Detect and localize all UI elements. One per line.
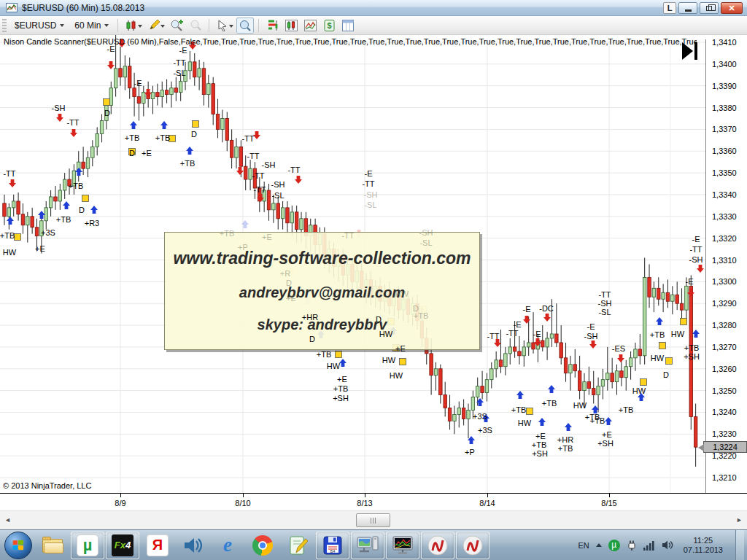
taskbar-clock[interactable]: 11:25 07.11.2013 xyxy=(684,536,723,555)
power-plug-icon[interactable] xyxy=(627,540,637,551)
doji-marker-square xyxy=(400,359,406,365)
candle-body xyxy=(7,208,11,217)
price-axis-label: 1,3360 xyxy=(712,147,737,155)
price-axis[interactable]: 1,34101,34001,33901,33801,33701,33601,33… xyxy=(706,35,747,493)
account-button[interactable]: $ xyxy=(320,18,338,34)
buy-signal-arrow xyxy=(538,418,546,426)
link-button[interactable]: L xyxy=(663,2,676,14)
candle-body xyxy=(495,360,498,369)
indicators-button[interactable] xyxy=(301,18,319,34)
price-axis-label: 1,3370 xyxy=(712,125,737,133)
price-axis-label: 1,3280 xyxy=(712,321,737,330)
ninjatrader-chart-window: $EURUSD (60 Min) 15.08.2013 L ✕ $EURUSD … xyxy=(0,0,747,560)
candle-body xyxy=(522,347,526,356)
close-button[interactable]: ✕ xyxy=(721,2,743,14)
candle-body xyxy=(119,69,123,77)
utorrent-icon: µ xyxy=(77,534,98,556)
cursor-tool-button[interactable] xyxy=(214,18,231,34)
candle-body xyxy=(202,69,206,95)
candle-body xyxy=(105,106,109,121)
candle-body xyxy=(142,93,146,104)
scroll-right-arrow[interactable]: ► xyxy=(736,516,743,524)
scrollbar-thumb[interactable] xyxy=(356,513,390,527)
horizontal-scrollbar[interactable]: ◄ ► xyxy=(0,510,747,529)
network-signal-icon[interactable] xyxy=(643,540,655,551)
restore-button[interactable] xyxy=(700,2,719,14)
bar-type-button[interactable] xyxy=(123,18,140,34)
time-axis[interactable]: 8/98/108/138/148/15 xyxy=(0,493,747,510)
minimize-button[interactable] xyxy=(678,2,697,14)
candle-body xyxy=(184,71,187,82)
candle-body xyxy=(471,397,475,411)
data-grid-button[interactable] xyxy=(339,18,357,34)
zoom-in-button[interactable] xyxy=(168,18,185,34)
chevron-down-icon xyxy=(229,25,233,28)
chevron-down-icon xyxy=(60,24,64,27)
candle-body xyxy=(601,380,605,386)
date-label: 8/15 xyxy=(601,499,616,508)
yandex-icon: Я xyxy=(147,534,169,556)
price-axis-label: 1,3290 xyxy=(712,299,737,308)
price-axis-label: 1,3240 xyxy=(712,408,737,416)
price-axis-label: 1,3330 xyxy=(712,212,737,221)
draw-tool-button[interactable] xyxy=(145,18,163,34)
taskbar-app-remote-pc[interactable] xyxy=(351,532,384,559)
candle-body xyxy=(652,288,656,297)
candle-body xyxy=(188,62,192,71)
candle-body xyxy=(12,201,15,208)
taskbar-app-ninjatrader-2[interactable] xyxy=(456,532,489,559)
candle-body xyxy=(694,416,697,447)
start-button[interactable] xyxy=(4,532,32,559)
buy-signal-arrow xyxy=(656,317,663,325)
chevron-down-icon xyxy=(104,24,109,27)
candle-body xyxy=(448,408,452,421)
title-bar[interactable]: $EURUSD (60 Min) 15.08.2013 L ✕ xyxy=(0,0,747,16)
show-desktop-button[interactable] xyxy=(735,530,744,560)
candle-body xyxy=(578,371,581,391)
candle-body xyxy=(560,343,563,358)
candle-body xyxy=(253,168,257,188)
price-axis-label: 1,3310 xyxy=(712,256,737,265)
taskbar-app-notepad-plus[interactable] xyxy=(281,532,314,559)
interval-selector[interactable]: 60 Min xyxy=(69,18,114,33)
toolbar-grip[interactable] xyxy=(2,19,7,32)
taskbar-app-explorer[interactable] xyxy=(36,532,69,559)
order-entry-button[interactable] xyxy=(263,18,281,34)
candle-body xyxy=(3,203,7,217)
taskbar-app-fx4[interactable]: Fx4 xyxy=(106,532,139,559)
chart-panel[interactable]: Nison Candle Scanner($EURUSD (60 Min),Fa… xyxy=(0,35,747,493)
sell-signal-arrow xyxy=(253,131,260,139)
volume-icon[interactable] xyxy=(662,540,674,551)
interval-label: 60 Min xyxy=(74,20,101,31)
taskbar-app-ninjatrader-1[interactable] xyxy=(421,532,454,559)
buy-signal-arrow xyxy=(605,417,612,425)
show-hidden-icons-button[interactable] xyxy=(596,543,602,547)
taskbar-app-utorrent[interactable]: µ xyxy=(71,532,104,559)
buy-signal-arrow xyxy=(186,147,193,155)
price-axis-label: 1,3410 xyxy=(712,38,737,47)
taskbar-app-speaker[interactable] xyxy=(176,532,209,559)
candlestick-icon xyxy=(125,20,137,31)
taskbar-app-chrome[interactable] xyxy=(246,532,279,559)
sell-signal-arrow xyxy=(494,339,501,347)
candle-body xyxy=(569,365,573,373)
taskbar-app-chart-monitor[interactable] xyxy=(386,532,419,559)
buy-signal-arrow xyxy=(130,121,137,129)
taskbar-app-yandex[interactable]: Я xyxy=(141,532,174,559)
crosshair-button[interactable] xyxy=(236,18,254,34)
scroll-left-arrow[interactable]: ◄ xyxy=(4,516,11,524)
instrument-selector[interactable]: $EURUSD xyxy=(9,18,69,33)
language-indicator[interactable]: EN xyxy=(578,541,589,550)
chart-trader-button[interactable] xyxy=(282,18,300,34)
taskbar-app-internet-explorer[interactable]: e xyxy=(211,532,244,559)
sell-signal-arrow xyxy=(9,179,16,187)
zoom-out-button[interactable] xyxy=(187,18,204,34)
taskbar-app-save[interactable]: Б4 xyxy=(316,532,349,559)
line-chart-icon xyxy=(304,20,317,31)
utorrent-tray-icon[interactable]: µ xyxy=(608,540,620,551)
candle-body xyxy=(444,395,447,408)
candle-body xyxy=(49,197,53,208)
candle-body xyxy=(151,93,155,99)
candle-body xyxy=(555,334,559,343)
pencil-icon xyxy=(148,19,160,31)
